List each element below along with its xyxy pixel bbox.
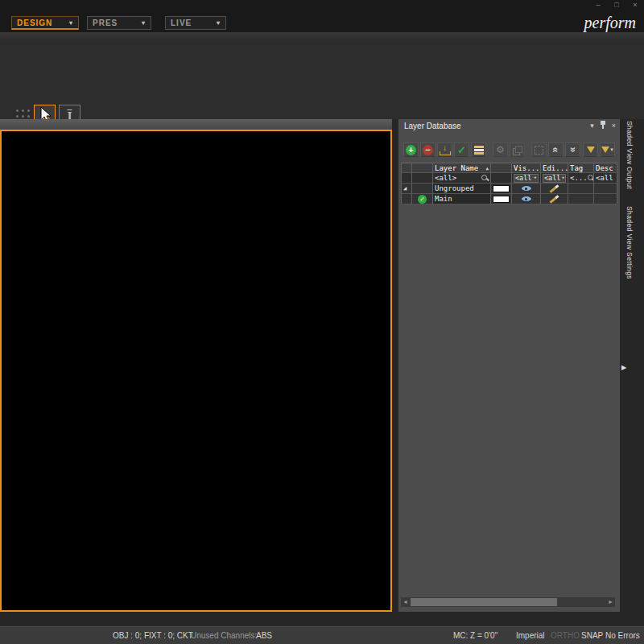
layers-icon [474,146,484,155]
status-objects: OBJ : 0; FIXT : 0; CKT [113,627,193,644]
header-color-cell[interactable] [491,163,512,173]
selection-region-icon [535,146,543,155]
layer-name-cell[interactable]: Ungrouped [433,184,491,194]
row-check-cell[interactable] [412,184,433,194]
plus-icon: + [406,145,416,155]
status-abs-toggle[interactable]: ABS [256,627,272,644]
remove-layer-button[interactable]: − [420,142,436,157]
status-ortho-toggle[interactable]: ORTHO [551,627,580,644]
layer-visible-cell[interactable] [512,184,541,194]
eye-icon[interactable] [521,185,532,192]
panel-expand-icon[interactable]: ▶ [621,364,626,371]
add-layer-button[interactable]: + [403,142,419,157]
pencil-icon[interactable] [550,184,559,193]
header-tag[interactable]: Tag [568,163,594,173]
search-icon [481,175,489,182]
perform-logo: perform [584,14,636,32]
layer-color-cell[interactable] [491,194,512,204]
header-visible[interactable]: Vis... [512,163,541,173]
select-region-button[interactable] [531,142,547,157]
filter-editable-dropdown[interactable]: <all ▾ [543,174,566,183]
pin-icon[interactable] [600,121,606,130]
filter-edit-button[interactable]: ▾ [600,142,615,157]
layer-editable-cell[interactable] [541,184,568,194]
minimize-icon[interactable]: – [593,1,603,9]
filter-button[interactable] [583,142,598,157]
filter-check-cell [412,173,433,184]
color-swatch[interactable] [493,185,510,192]
layer-visible-cell[interactable] [512,194,541,204]
mode-bar: DESIGN ▾ PRES ▾ LIVE ▾ perform [0,13,644,32]
tab-shaded-view-output[interactable]: Shaded View Output [621,121,634,189]
filter-name-value: <all> [435,173,456,183]
filter-expander-cell [401,173,412,184]
status-mouse-coords: MC: Z = 0'0" [453,627,497,644]
row-expander-cell[interactable]: ◢ [401,184,412,194]
layer-database-panel: Layer Database ▾ × + − ↓ ✓ ⚙ [398,119,620,612]
collapse-all-button[interactable]: « [548,142,564,157]
filter-icon [587,147,595,153]
header-editable[interactable]: Edi... [541,163,568,173]
merge-layers-button[interactable] [471,142,486,157]
color-swatch[interactable] [493,196,510,203]
design-mode-dropdown[interactable]: DESIGN ▾ [11,16,79,30]
filter-desc-value: <all [596,173,613,183]
filter-tag-cell[interactable]: <... [568,173,594,184]
layer-database-titlebar[interactable]: Layer Database ▾ × [398,119,620,133]
filter-visible-cell[interactable]: <all ▾ [512,173,541,184]
header-layer-name[interactable]: Layer Name ▲ [433,163,491,173]
status-imperial[interactable]: Imperial [516,627,545,644]
pencil-icon[interactable] [550,195,559,204]
pres-mode-dropdown[interactable]: PRES ▾ [87,16,151,30]
layer-settings-button[interactable]: ⚙ [493,142,508,157]
panel-close-icon[interactable]: × [612,122,616,130]
live-mode-label: LIVE [171,19,192,27]
sort-ascending-icon: ▲ [485,163,489,173]
minus-icon: − [423,145,433,155]
panel-menu-icon[interactable]: ▾ [590,122,594,130]
filter-desc-cell[interactable]: <all [594,173,617,184]
panel-title: Layer Database [404,122,461,130]
layer-color-cell[interactable] [491,184,512,194]
filter-name-cell[interactable]: <all> [433,173,491,184]
row-check-cell[interactable]: ✓ [412,194,433,204]
filter-color-cell [491,173,512,184]
horizontal-scrollbar[interactable]: ◂ ▸ [401,597,615,607]
expand-all-button[interactable]: « [565,142,580,157]
window-titlebar: – □ × [0,0,644,13]
layer-name-cell[interactable]: Main [433,194,491,204]
maximize-icon[interactable]: □ [612,1,621,9]
tree-expander-icon[interactable]: ◢ [403,184,407,193]
filter-editable-value: <all [544,173,560,183]
filter-visible-dropdown[interactable]: <all ▾ [514,174,539,183]
layer-editable-cell[interactable] [541,194,568,204]
layer-toolbar: + − ↓ ✓ ⚙ « « [403,142,615,158]
eye-icon[interactable] [521,196,532,202]
window-controls: – □ × [593,1,640,9]
design-canvas[interactable] [0,130,392,612]
header-desc[interactable]: Desc [594,163,617,173]
status-snap-toggle[interactable]: SNAP [581,627,603,644]
filter-editable-cell[interactable]: <all ▾ [541,173,568,184]
scrollbar-thumb[interactable] [411,598,557,606]
filter-edit-icon [601,147,609,153]
import-layers-button[interactable]: ↓ [437,142,452,157]
scroll-left-icon[interactable]: ◂ [401,597,410,607]
live-mode-dropdown[interactable]: LIVE ▾ [165,16,226,30]
scroll-right-icon[interactable]: ▸ [606,597,615,607]
duplicate-layer-button[interactable] [510,142,525,157]
layer-row-main[interactable]: ✓ Main [401,194,617,204]
panel-title-icons: ▾ × [590,121,616,130]
layer-tag-cell[interactable] [568,184,594,194]
close-icon[interactable]: × [630,1,640,9]
status-no-errors: No Errors [605,627,640,644]
chevron-down-icon: ▾ [217,19,221,27]
viewport-header[interactable] [0,119,392,130]
layer-tag-cell[interactable] [568,194,594,204]
row-expander-cell [401,194,412,204]
layer-desc-cell[interactable] [594,184,617,194]
activate-layer-button[interactable]: ✓ [454,142,469,157]
layer-desc-cell[interactable] [594,194,617,204]
layer-row-ungrouped[interactable]: ◢ Ungrouped [401,184,617,194]
tab-shaded-view-settings[interactable]: Shaded View Settings [621,206,634,279]
